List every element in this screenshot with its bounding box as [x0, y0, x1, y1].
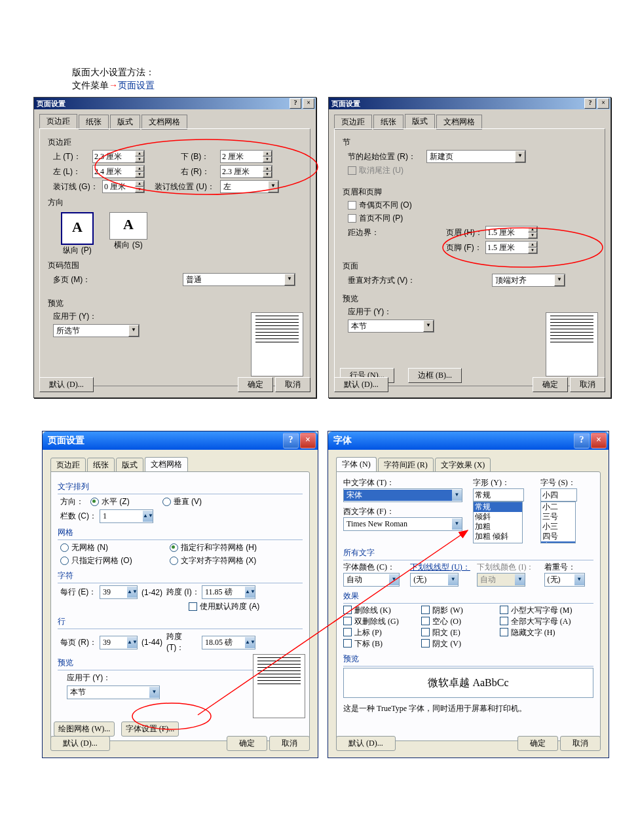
radio-lineonly[interactable] [60, 557, 69, 565]
tab-grid[interactable]: 文档网格 [145, 457, 188, 472]
tab-font[interactable]: 字体 (N) [336, 457, 377, 472]
tab-layout[interactable]: 版式 [405, 114, 435, 129]
ok-button[interactable]: 确定 [238, 377, 273, 392]
dropdown-underline[interactable]: (无)▼ [410, 573, 459, 587]
tab-paper[interactable]: 纸张 [87, 458, 115, 473]
tab-grid[interactable]: 文档网格 [141, 115, 187, 130]
spinner-perpage[interactable]: 39▲▼ [100, 636, 138, 649]
default-button[interactable]: 默认 (D)... [50, 736, 110, 751]
tab-paper[interactable]: 纸张 [373, 115, 403, 130]
tab-margins[interactable]: 页边距 [334, 115, 372, 130]
dropdown-secstart[interactable]: 新建页▼ [426, 150, 526, 163]
input-bottom[interactable]: ▲▼ [220, 150, 272, 163]
default-button[interactable]: 默认 (D)... [336, 736, 396, 751]
tab-grid[interactable]: 文档网格 [436, 115, 482, 130]
checkbox-firstpage[interactable] [348, 214, 356, 223]
checkbox-allcaps[interactable] [500, 617, 508, 625]
radio-nogrid[interactable] [60, 543, 69, 552]
tab-layout[interactable]: 版式 [116, 458, 143, 473]
dropdown-cnfont[interactable]: 宋体▼ [343, 488, 462, 502]
label-bottom: 下 (B)： [181, 151, 220, 162]
cancel-button[interactable]: 取消 [275, 377, 310, 392]
close-icon[interactable]: × [300, 433, 316, 448]
ok-button[interactable]: 确定 [533, 377, 568, 392]
spinner-columns[interactable]: 1▲▼ [100, 509, 153, 523]
help-icon[interactable]: ? [574, 433, 590, 448]
spinner-pitch[interactable]: 11.85 磅▲▼ [202, 585, 255, 599]
label-left: 左 (L)： [53, 166, 92, 177]
orientation-landscape[interactable]: A [109, 212, 147, 240]
checkbox-suppress-endnote [348, 166, 356, 175]
input-style[interactable] [473, 488, 524, 502]
help-icon[interactable]: ? [584, 98, 596, 109]
input-top[interactable]: ▲▼ [92, 150, 145, 163]
cancel-button[interactable]: 取消 [570, 377, 605, 392]
radio-horizontal[interactable] [90, 498, 99, 506]
titlebar[interactable]: 页面设置 ? × [34, 98, 316, 109]
default-button[interactable]: 默认 (D)... [39, 377, 94, 392]
landscape-label: 横向 (S) [102, 240, 155, 251]
input-left[interactable]: ▲▼ [92, 165, 145, 178]
border-button[interactable]: 边框 (B)... [408, 368, 462, 383]
tab-texteffects[interactable]: 文字效果 (X) [435, 458, 491, 473]
dropdown-emphasis[interactable]: (无)▼ [544, 573, 585, 587]
tab-paper[interactable]: 纸张 [79, 115, 109, 130]
portrait-label: 纵向 (P) [53, 245, 102, 256]
input-header[interactable]: ▲▼ [485, 226, 538, 239]
spinner-perline[interactable]: 39▲▼ [100, 585, 138, 599]
radio-charalign[interactable] [170, 557, 178, 565]
radio-linechargrid[interactable] [170, 543, 178, 552]
close-icon[interactable]: × [591, 433, 607, 448]
checkbox-strike[interactable] [343, 606, 352, 614]
radio-charalign-label: 文字对齐字符网格 (X) [181, 555, 256, 566]
ok-button[interactable]: 确定 [517, 736, 558, 751]
dropdown-valign[interactable]: 顶端对齐▼ [492, 274, 565, 287]
tab-margins[interactable]: 页边距 [39, 114, 77, 129]
checkbox-default-pitch[interactable] [189, 602, 197, 611]
checkbox-superscript[interactable] [343, 628, 352, 636]
titlebar[interactable]: 字体 ? × [328, 431, 609, 450]
fontset-button[interactable]: 字体设置 (F)... [121, 721, 179, 737]
input-right[interactable]: ▲▼ [220, 165, 272, 178]
drawgrid-button[interactable]: 绘图网格 (W)... [54, 721, 115, 737]
label-gutter: 装订线 (G)： [53, 181, 102, 192]
tab-margins[interactable]: 页边距 [50, 458, 86, 473]
spinner-linepitch[interactable]: 18.05 磅▲▼ [202, 636, 255, 649]
dlg-page-setup-grid: 页面设置 ? × 页边距 纸张 版式 文档网格 文字排列 方向： 水平 (Z) … [42, 431, 318, 758]
checkbox-engrave[interactable] [421, 639, 430, 648]
checkbox-hidden[interactable] [500, 628, 508, 636]
dropdown-applyto[interactable]: 本节▼ [67, 685, 160, 699]
input-footer[interactable]: ▲▼ [485, 241, 538, 254]
tab-layout[interactable]: 版式 [110, 115, 140, 130]
list-size[interactable]: 小二 三号 小三 四号 小四 [540, 502, 576, 543]
titlebar[interactable]: 页面设置 ? × [329, 98, 610, 109]
ok-button[interactable]: 确定 [227, 736, 267, 751]
input-gutter[interactable]: ▲▼ [102, 180, 145, 193]
checkbox-subscript[interactable] [343, 639, 352, 648]
help-icon[interactable]: ? [290, 98, 301, 109]
dropdown-applyto[interactable]: 本节▼ [348, 320, 434, 333]
tab-spacing[interactable]: 字符间距 (R) [378, 458, 434, 473]
dropdown-multipage[interactable]: 普通▼ [183, 273, 295, 286]
checkbox-oddeven[interactable] [348, 201, 356, 210]
checkbox-outline[interactable] [421, 617, 430, 625]
checkbox-emboss[interactable] [421, 628, 430, 636]
dropdown-applyto[interactable]: 所选节▼ [53, 324, 140, 337]
input-size[interactable] [540, 488, 577, 502]
help-icon[interactable]: ? [283, 433, 299, 448]
dropdown-westfont[interactable]: Times New Roman▼ [343, 517, 462, 531]
close-icon[interactable]: × [597, 98, 609, 109]
titlebar[interactable]: 页面设置 ? × [43, 431, 318, 450]
cancel-button[interactable]: 取消 [269, 736, 310, 751]
checkbox-smallcaps[interactable] [500, 606, 508, 614]
list-style[interactable]: 常规 倾斜 加粗 加粗 倾斜 [473, 502, 523, 543]
dropdown-fontcolor[interactable]: 自动▼ [343, 573, 400, 587]
default-button[interactable]: 默认 (D)... [334, 377, 388, 392]
checkbox-shadow[interactable] [421, 606, 430, 614]
radio-vertical[interactable] [162, 498, 171, 506]
dropdown-gutterpos[interactable]: 左▼ [220, 180, 279, 193]
close-icon[interactable]: × [303, 98, 314, 109]
orientation-portrait[interactable]: A [61, 212, 94, 245]
cancel-button[interactable]: 取消 [560, 736, 601, 751]
checkbox-dstrike[interactable] [343, 617, 352, 625]
